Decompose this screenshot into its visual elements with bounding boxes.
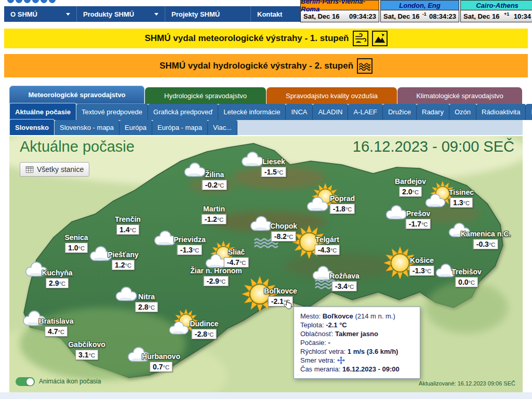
temp-unit: °C xyxy=(59,281,65,287)
station-temp-iar-n-hronom[interactable]: -2.9°C xyxy=(204,276,229,286)
tab-a-laef[interactable]: A-LAEF xyxy=(348,104,383,120)
tab-eur-pa[interactable]: Európa xyxy=(119,120,152,135)
tab-spravodajstvo-kvality-ovzdu-ia[interactable]: Spravodajstvo kvality ovzdušia xyxy=(267,87,397,104)
station-temp-senica[interactable]: 1.0°C xyxy=(65,243,88,253)
station-temp-poprad[interactable]: -1.8°C xyxy=(330,204,355,214)
temp-value: -0.3 xyxy=(476,240,489,248)
tab-oz-n[interactable]: Ozón xyxy=(449,104,476,120)
station-name-ko-ice[interactable]: Košice xyxy=(410,256,434,264)
nav-item-label: Kontakt xyxy=(257,10,282,18)
temp-value: 1.4 xyxy=(119,225,129,234)
station-temp-bardejov[interactable]: 2.0°C xyxy=(399,187,422,197)
temp-value: 0.0 xyxy=(458,278,468,286)
tab-viac[interactable]: Viac... xyxy=(208,120,237,135)
station-name-liesek[interactable]: Liesek xyxy=(262,157,285,166)
station-name-tren-n[interactable]: Trenčín xyxy=(115,215,141,223)
station-temp-ko-ice[interactable]: -1.3°C xyxy=(409,265,434,276)
station-name-dudince[interactable]: Dudince xyxy=(190,320,218,328)
station-name-kuchy-a[interactable]: Kuchyňa xyxy=(42,269,72,277)
main-tabs: Meteorologické spravodajstvoHydrologické… xyxy=(9,87,522,104)
station-temp-martin[interactable]: -1.2°C xyxy=(202,214,227,224)
station-temp-tisinec[interactable]: 1.3°C xyxy=(450,197,473,208)
clock-header: Berlin-Paris-Vienna-Roma xyxy=(300,0,379,10)
tab-aladin[interactable]: ALADIN xyxy=(313,104,348,120)
nav-item-produkty-shm[interactable]: Produkty SHMÚ xyxy=(77,6,165,22)
tab-hydrologick-spravodajstvo[interactable]: Hydrologické spravodajstvo xyxy=(145,87,266,104)
tab-klimatologick-spravodajstvo[interactable]: Klimatologické spravodajstvo xyxy=(397,87,522,104)
station-name-ro-ava[interactable]: Rožňava xyxy=(329,272,360,280)
tooltip-label: Oblačnosť: xyxy=(300,330,335,338)
nav-item-kontakt[interactable]: Kontakt xyxy=(251,6,300,22)
station-temp-tren-n[interactable]: 1.4°C xyxy=(116,224,139,235)
alert-banner-1[interactable]: SHMÚ vydal meteorologické výstrahy - 1. … xyxy=(4,29,528,48)
tab-inca[interactable]: INCA xyxy=(286,104,313,120)
station-name-telg-rt[interactable]: Telgárt xyxy=(315,235,339,244)
station-temp-kuchy-a[interactable]: 2.9°C xyxy=(46,278,69,288)
station-name-pre-ov[interactable]: Prešov xyxy=(406,209,431,218)
station-name-hurbanovo[interactable]: Hurbanovo xyxy=(142,352,180,361)
station-temp-pie-any[interactable]: 1.2°C xyxy=(112,260,135,270)
station-temp-gab-kovo[interactable]: 3.1°C xyxy=(75,350,98,360)
station-name-pie-any[interactable]: Piešťany xyxy=(108,250,139,259)
station-name-tisinec[interactable]: Tisinec xyxy=(449,188,474,196)
station-temp-trebi-ov[interactable]: 0.0°C xyxy=(455,277,478,287)
nav-item-projekty-shm[interactable]: Projekty SHMÚ xyxy=(165,6,251,22)
tab-grafick-predpove[interactable]: Grafická predpoveď xyxy=(148,104,218,120)
tab-kamery[interactable]: Kamery xyxy=(526,104,532,120)
station-temp-chopok[interactable]: -8.2°C xyxy=(271,231,296,242)
station-temp-hurbanovo[interactable]: 0.7°C xyxy=(150,362,172,372)
tooltip-row-0: Mesto: Boľkovce (214 m n. m.) xyxy=(300,312,414,321)
clock-header: Cairo-Athens xyxy=(460,0,532,10)
tab-r-dioaktivita[interactable]: Rádioaktivita xyxy=(476,104,526,120)
tab-slovensko-mapa[interactable]: Slovensko - mapa xyxy=(55,120,119,135)
station-name-nitra[interactable]: Nitra xyxy=(138,292,155,301)
updated-timestamp: Aktualizované: 16.12.2023 09:06 SEČ xyxy=(419,380,515,387)
station-temp-kamenica-n-c[interactable]: -0.3°C xyxy=(473,239,498,249)
all-stations-button[interactable]: Všetky stanice xyxy=(20,162,89,177)
alert-text: SHMÚ vydal meteorologické výstrahy - 1. … xyxy=(144,33,349,44)
weather-map[interactable]: Aktuálne počasie 16.12.2023 - 09:00 SEČ … xyxy=(9,136,523,392)
station-temp-slia[interactable]: -4.7°C xyxy=(224,257,249,268)
station-temp-telg-rt[interactable]: -4.3°C xyxy=(315,245,340,255)
tab-slovensko[interactable]: Slovensko xyxy=(9,119,55,135)
station-name-bratislava[interactable]: Bratislava xyxy=(39,317,74,325)
tab-eur-pa-mapa[interactable]: Európa - mapa xyxy=(152,120,208,135)
animation-toggle[interactable] xyxy=(16,377,35,386)
station-temp-bratislava[interactable]: 4.7°C xyxy=(45,326,68,337)
station-name-prievidza[interactable]: Prievidza xyxy=(174,235,205,244)
station-temp-dudince[interactable]: -2.8°C xyxy=(192,329,217,339)
tab-textov-predpovede[interactable]: Textové predpovede xyxy=(76,104,148,120)
nav-item-o-shm[interactable]: O SHMÚ xyxy=(4,6,77,22)
station-name-gab-kovo[interactable]: Gabčíkovo xyxy=(68,340,105,349)
station-temp-ro-ava[interactable]: -3.4°C xyxy=(332,281,357,291)
bottom-strip xyxy=(0,392,532,399)
station-temp-liesek[interactable]: -1.5°C xyxy=(261,167,286,177)
tab-meteorologick-spravodajstvo[interactable]: Meteorologické spravodajstvo xyxy=(9,86,144,104)
chevron-down-icon xyxy=(66,13,70,16)
tab-leteck-inform-cie[interactable]: Letecké informácie xyxy=(218,104,286,120)
station-temp-nitra[interactable]: 2.8°C xyxy=(135,302,158,312)
station-name-bardejov[interactable]: Bardejov xyxy=(395,177,426,185)
station-name-trebi-ov[interactable]: Trebišov xyxy=(451,268,482,276)
temp-unit: °C xyxy=(489,242,495,248)
station-name-kamenica-n-c[interactable]: Kamenica n.C. xyxy=(461,230,511,238)
tooltip-row-2: Oblačnosť: Takmer jasno xyxy=(300,329,414,338)
station-name-slia[interactable]: Sliač xyxy=(228,248,245,256)
tab-aktu-lne-po-asie[interactable]: Aktuálne počasie xyxy=(9,103,76,120)
animation-toggle-label: Animácia ikon počasia xyxy=(39,378,101,385)
tooltip-label: Čas merania: xyxy=(300,365,342,373)
station-name-bo-kovce[interactable]: Boľkovce xyxy=(264,287,297,295)
station-name-senica[interactable]: Senica xyxy=(64,233,88,242)
station-temp-prievidza[interactable]: -1.3°C xyxy=(177,245,202,255)
temp-value: 3.1 xyxy=(78,351,88,359)
station-name-martin[interactable]: Martin xyxy=(203,205,225,213)
station-name-poprad[interactable]: Poprad xyxy=(330,194,355,203)
alert-banner-2[interactable]: SHMÚ vydal hydrologické výstrahy - 2. st… xyxy=(4,54,528,77)
station-temp-pre-ov[interactable]: -1.7°C xyxy=(406,219,431,229)
station-name-chopok[interactable]: Chopok xyxy=(270,222,297,230)
station-name-iar-n-hronom[interactable]: Žiar n. Hronom xyxy=(190,267,242,275)
tab-radary[interactable]: Radary xyxy=(417,104,449,120)
station-temp-ilina[interactable]: -0.2°C xyxy=(202,180,227,190)
tab-dru-ice[interactable]: Družice xyxy=(383,104,417,120)
station-name-ilina[interactable]: Žilina xyxy=(205,170,224,179)
